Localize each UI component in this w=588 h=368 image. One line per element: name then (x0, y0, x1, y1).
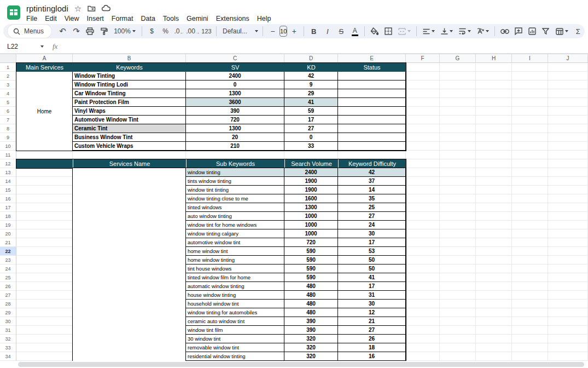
grid-cell[interactable] (338, 151, 406, 159)
table2-search-volume-cell[interactable]: 480 (284, 291, 338, 300)
grid-cell[interactable] (512, 151, 548, 159)
grid-cell[interactable] (16, 203, 73, 212)
grid-cell[interactable] (406, 221, 440, 229)
grid-cell[interactable] (406, 142, 440, 151)
grid-cell[interactable] (548, 194, 588, 203)
more-formats-button[interactable]: 123 (200, 25, 213, 38)
grid-cell[interactable] (16, 308, 73, 317)
table1-kd-cell[interactable]: 27 (284, 124, 338, 133)
text-color-button[interactable]: A (348, 25, 362, 38)
grid-cell[interactable] (440, 177, 476, 186)
table2-keyword-difficulty-cell[interactable]: 24 (338, 221, 406, 229)
grid-cell[interactable] (186, 151, 284, 159)
grid-cell[interactable] (548, 308, 588, 317)
grid-cell[interactable] (548, 124, 588, 133)
table2-keyword-difficulty-cell[interactable]: 26 (338, 335, 406, 343)
grid-cell[interactable] (548, 238, 588, 247)
table2-keyword-difficulty-cell[interactable]: 30 (338, 229, 406, 238)
grid-cell[interactable] (406, 159, 440, 168)
redo-button[interactable]: ↷ (69, 25, 83, 38)
table1-sv-cell[interactable]: 390 (186, 107, 284, 116)
grid-cell[interactable] (548, 352, 588, 361)
row-header-21[interactable]: 21 (0, 238, 16, 247)
table2-subkeyword-cell[interactable]: automotive window tint (186, 238, 284, 247)
grid-cell[interactable] (512, 256, 548, 264)
grid-cell[interactable] (16, 151, 73, 159)
grid-cell[interactable] (512, 124, 548, 133)
menu-item-view[interactable]: View (61, 14, 83, 24)
horizontal-align-button[interactable] (420, 25, 438, 38)
grid-cell[interactable] (440, 72, 476, 81)
grid-cell[interactable] (440, 116, 476, 124)
grid-cell[interactable] (440, 352, 476, 361)
grid-cell[interactable] (406, 335, 440, 343)
row-header-29[interactable]: 29 (0, 308, 16, 317)
grid-cell[interactable] (548, 98, 588, 107)
grid-cell[interactable] (476, 247, 512, 256)
table1-kd-cell[interactable]: 0 (284, 133, 338, 142)
grid-cell[interactable] (512, 89, 548, 98)
grid-cell[interactable] (406, 203, 440, 212)
grid-cell[interactable] (476, 72, 512, 81)
grid-cell[interactable] (440, 343, 476, 352)
grid-cell[interactable] (406, 72, 440, 81)
row-header-6[interactable]: 6 (0, 107, 16, 116)
grid-cell[interactable] (548, 177, 588, 186)
table2-subkeyword-cell[interactable]: automatic window tinting (186, 282, 284, 291)
row-header-23[interactable]: 23 (0, 256, 16, 264)
grid-cell[interactable] (440, 133, 476, 142)
table2-keyword-difficulty-cell[interactable]: 16 (338, 352, 406, 361)
grid-cell[interactable] (440, 247, 476, 256)
menu-item-format[interactable]: Format (108, 14, 137, 24)
table2-subkeyword-cell[interactable]: window tint for home windows (186, 221, 284, 229)
increase-font-size-button[interactable]: + (287, 25, 301, 38)
grid-cell[interactable] (548, 326, 588, 335)
grid-cell[interactable] (406, 256, 440, 264)
table2-keyword-difficulty-cell[interactable]: 50 (338, 264, 406, 273)
table2-services-name-cell[interactable] (73, 168, 186, 361)
table2-subkeyword-cell[interactable]: residential window tinting (186, 352, 284, 361)
row-header-12[interactable]: 12 (0, 159, 16, 168)
table2-subkeyword-cell[interactable]: tint house windows (186, 264, 284, 273)
grid-cell[interactable] (476, 300, 512, 308)
table2-keyword-difficulty-cell[interactable]: 27 (338, 326, 406, 335)
grid-cell[interactable] (476, 124, 512, 133)
grid-cell[interactable] (512, 264, 548, 273)
grid-cell[interactable] (16, 335, 73, 343)
grid-cell[interactable] (406, 247, 440, 256)
row-header-14[interactable]: 14 (0, 177, 16, 186)
grid-cell[interactable] (16, 273, 73, 282)
grid-cell[interactable] (512, 291, 548, 300)
font-family-select[interactable]: Defaul... (219, 25, 260, 38)
table1-keyword-cell[interactable]: Window Tinting Lodi (73, 81, 186, 89)
grid-cell[interactable] (476, 151, 512, 159)
table2-subkeyword-cell[interactable]: window tint film (186, 326, 284, 335)
column-header-J[interactable]: J (548, 54, 588, 63)
grid-cell[interactable] (440, 264, 476, 273)
grid-cell[interactable] (548, 116, 588, 124)
grid-cell[interactable] (406, 291, 440, 300)
table2-search-volume-cell[interactable]: 720 (284, 238, 338, 247)
grid-cell[interactable] (440, 142, 476, 151)
table2-search-volume-cell[interactable]: 590 (284, 247, 338, 256)
grid-cell[interactable] (512, 317, 548, 326)
grid-cell[interactable] (548, 186, 588, 194)
grid-cell[interactable] (548, 151, 588, 159)
grid-cell[interactable] (548, 221, 588, 229)
grid-cell[interactable] (476, 168, 512, 177)
table2-search-volume-cell[interactable]: 1000 (284, 229, 338, 238)
table2-keyword-difficulty-cell[interactable]: 21 (338, 317, 406, 326)
fill-color-button[interactable] (368, 25, 381, 38)
table1-sv-cell[interactable]: 1300 (186, 124, 284, 133)
grid-cell[interactable] (406, 177, 440, 186)
table2-search-volume-cell[interactable]: 1900 (284, 177, 338, 186)
row-header-13[interactable]: 13 (0, 168, 16, 177)
column-header-A[interactable]: A (16, 54, 73, 63)
functions-button[interactable]: Σ (571, 25, 585, 38)
table1-kd-cell[interactable]: 17 (284, 116, 338, 124)
table1-keyword-cell[interactable]: Paint Protection Film (73, 98, 186, 107)
menu-item-extensions[interactable]: Extensions (212, 14, 253, 24)
grid-cell[interactable] (476, 89, 512, 98)
grid-cell[interactable] (16, 186, 73, 194)
grid-cell[interactable] (476, 291, 512, 300)
